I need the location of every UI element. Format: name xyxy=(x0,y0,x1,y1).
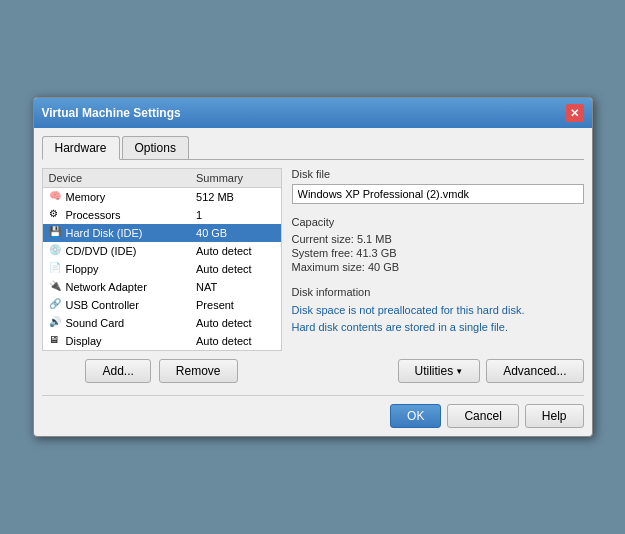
table-row[interactable]: 🔗USB ControllerPresent xyxy=(43,296,281,314)
utilities-button[interactable]: Utilities ▼ xyxy=(398,359,481,383)
device-icon: 💿 xyxy=(49,244,63,258)
left-panel: Device Summary 🧠Memory512 MB⚙Processors1… xyxy=(42,168,282,383)
col-device: Device xyxy=(43,169,191,188)
disk-info-line2: Hard disk contents are stored in a singl… xyxy=(292,319,584,336)
title-bar: Virtual Machine Settings ✕ xyxy=(34,98,592,128)
table-row[interactable]: 💿CD/DVD (IDE)Auto detect xyxy=(43,242,281,260)
tab-hardware[interactable]: Hardware xyxy=(42,136,120,160)
device-table: Device Summary 🧠Memory512 MB⚙Processors1… xyxy=(43,169,281,350)
device-list-panel: Device Summary 🧠Memory512 MB⚙Processors1… xyxy=(42,168,282,351)
cancel-button[interactable]: Cancel xyxy=(447,404,518,428)
ok-button[interactable]: OK xyxy=(390,404,441,428)
add-button[interactable]: Add... xyxy=(85,359,150,383)
tab-options[interactable]: Options xyxy=(122,136,189,159)
help-button[interactable]: Help xyxy=(525,404,584,428)
device-icon: 📄 xyxy=(49,262,63,276)
device-icon: 🔊 xyxy=(49,316,63,330)
table-row[interactable]: 🔊Sound CardAuto detect xyxy=(43,314,281,332)
remove-button[interactable]: Remove xyxy=(159,359,238,383)
disk-information-section: Disk information Disk space is not preal… xyxy=(292,286,584,335)
tab-bar: Hardware Options xyxy=(42,136,584,160)
device-icon: 💾 xyxy=(49,226,63,240)
dropdown-arrow-icon: ▼ xyxy=(455,367,463,376)
right-panel: Disk file Capacity Current size: 5.1 MB … xyxy=(292,168,584,383)
device-icon: 🔗 xyxy=(49,298,63,312)
disk-file-label: Disk file xyxy=(292,168,584,180)
table-row[interactable]: 🔌Network AdapterNAT xyxy=(43,278,281,296)
system-free: System free: 41.3 GB xyxy=(292,246,584,260)
advanced-button[interactable]: Advanced... xyxy=(486,359,583,383)
capacity-section: Capacity Current size: 5.1 MB System fre… xyxy=(292,216,584,274)
virtual-machine-settings-window: Virtual Machine Settings ✕ Hardware Opti… xyxy=(33,97,593,437)
window-body: Hardware Options Device Summary 🧠Mem xyxy=(34,128,592,436)
content-area: Device Summary 🧠Memory512 MB⚙Processors1… xyxy=(42,168,584,383)
capacity-label: Capacity xyxy=(292,216,584,228)
device-icon: ⚙ xyxy=(49,208,63,222)
table-row[interactable]: 📄FloppyAuto detect xyxy=(43,260,281,278)
disk-file-input[interactable] xyxy=(292,184,584,204)
panel-buttons: Add... Remove xyxy=(42,359,282,383)
window-title: Virtual Machine Settings xyxy=(42,106,181,120)
table-row[interactable]: 💾Hard Disk (IDE)40 GB xyxy=(43,224,281,242)
disk-information-label: Disk information xyxy=(292,286,584,298)
table-row[interactable]: 🧠Memory512 MB xyxy=(43,188,281,207)
table-row[interactable]: 🖥DisplayAuto detect xyxy=(43,332,281,350)
maximum-size: Maximum size: 40 GB xyxy=(292,260,584,274)
table-row[interactable]: ⚙Processors1 xyxy=(43,206,281,224)
device-icon: 🖥 xyxy=(49,334,63,348)
current-size: Current size: 5.1 MB xyxy=(292,232,584,246)
col-summary: Summary xyxy=(190,169,280,188)
close-button[interactable]: ✕ xyxy=(566,104,584,122)
device-icon: 🔌 xyxy=(49,280,63,294)
bottom-buttons: OK Cancel Help xyxy=(42,395,584,428)
disk-info-line1: Disk space is not preallocated for this … xyxy=(292,302,584,319)
action-buttons: Utilities ▼ Advanced... xyxy=(292,359,584,383)
device-icon: 🧠 xyxy=(49,190,63,204)
disk-file-section: Disk file xyxy=(292,168,584,204)
